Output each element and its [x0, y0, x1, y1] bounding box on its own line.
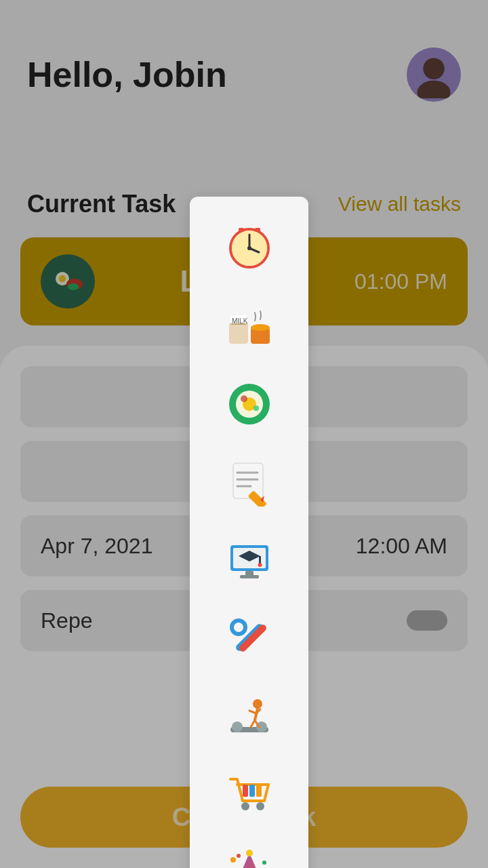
tools-icon-item[interactable]: [190, 599, 308, 677]
svg-rect-52: [249, 785, 255, 797]
shopping-icon-item[interactable]: [190, 755, 308, 833]
svg-point-54: [241, 802, 249, 810]
svg-rect-14: [229, 322, 248, 344]
svg-point-25: [253, 406, 259, 411]
party-icon-item[interactable]: [190, 833, 308, 868]
fitness-icon-item[interactable]: [190, 677, 308, 755]
svg-point-64: [246, 850, 253, 856]
education-icon-item[interactable]: [190, 521, 308, 599]
svg-point-40: [232, 620, 245, 634]
svg-text:MILK: MILK: [232, 317, 248, 325]
svg-point-20: [251, 324, 270, 331]
svg-point-55: [256, 802, 264, 810]
svg-rect-13: [255, 228, 260, 232]
svg-rect-51: [243, 785, 248, 797]
icon-panel: MILK: [190, 197, 308, 868]
svg-line-47: [251, 720, 255, 727]
notes-icon-item[interactable]: [190, 443, 308, 521]
svg-point-24: [241, 395, 247, 402]
svg-point-60: [230, 857, 236, 863]
svg-point-61: [262, 861, 266, 865]
clock-icon-item[interactable]: [190, 209, 308, 287]
svg-rect-38: [240, 575, 259, 578]
svg-line-49: [249, 711, 256, 713]
svg-rect-26: [233, 463, 263, 498]
svg-point-43: [232, 722, 243, 732]
svg-point-45: [253, 699, 262, 709]
svg-point-36: [258, 563, 262, 567]
svg-rect-41: [238, 623, 268, 653]
food-icon-item[interactable]: [190, 365, 308, 443]
svg-rect-12: [239, 228, 244, 232]
svg-point-63: [237, 854, 241, 858]
svg-rect-53: [256, 785, 262, 797]
breakfast-icon-item[interactable]: MILK: [190, 287, 308, 365]
